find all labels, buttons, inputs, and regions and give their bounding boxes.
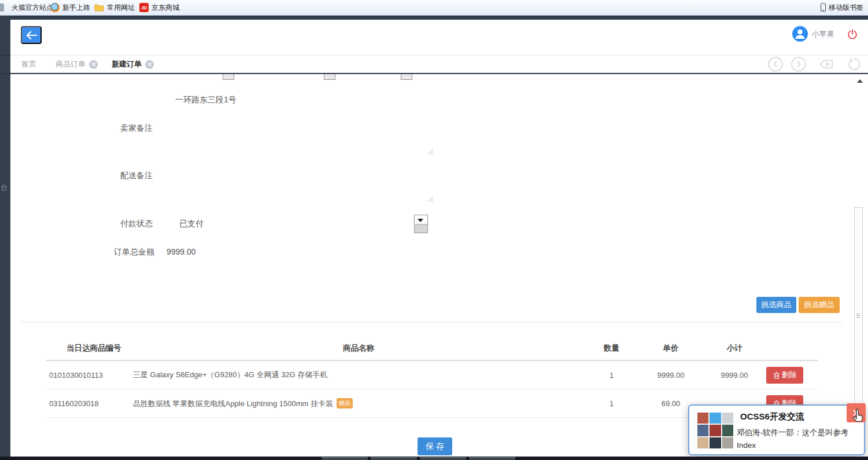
item-subtotal: 9999.00: [703, 371, 766, 380]
bookmark-jd-mall[interactable]: JD 京东商城: [139, 0, 179, 15]
arrow-left-icon: [25, 31, 37, 40]
col-header-name: 商品名称: [133, 343, 584, 354]
user-avatar[interactable]: [792, 26, 808, 42]
folder-icon: [94, 4, 104, 12]
resize-grip-icon[interactable]: [427, 148, 434, 155]
notification-title: OCSS6开发交流: [740, 411, 804, 422]
content-top-border: [0, 73, 868, 74]
tab-close-icon[interactable]: [145, 60, 154, 69]
item-name-text: 品胜数据线 苹果数据充电线Apple Lightning 1500mm 挂卡装: [133, 399, 333, 408]
tab-home[interactable]: 首页: [21, 56, 36, 73]
item-code: 031160203018: [46, 399, 133, 408]
taskbar-window-button[interactable]: [371, 457, 417, 460]
tab-new-order[interactable]: 新建订单: [112, 56, 154, 73]
sidebar-menu-partial-text: 台: [1, 183, 8, 193]
select-scroll-shade: [415, 224, 427, 233]
bookmark-cutoff-icon: [0, 3, 4, 12]
app-top-strip: [0, 15, 868, 20]
payment-status-select[interactable]: [414, 215, 428, 233]
bookmark-firefox-site[interactable]: 火狐官方站点: [12, 0, 53, 15]
col-header-subtotal: 小计: [703, 343, 766, 354]
bookmark-label: 移动版书签: [829, 3, 863, 13]
jd-icon: JD: [139, 3, 149, 12]
trash-icon: [773, 371, 780, 379]
tab-label: 商品订单: [56, 59, 86, 69]
bookmark-common-sites-folder[interactable]: 常用网址: [94, 0, 135, 15]
delete-item-button[interactable]: 删除: [766, 367, 803, 384]
region-select-partial-2[interactable]: [324, 74, 335, 80]
seller-note-label: 卖家备注: [120, 123, 153, 134]
col-header-price: 单价: [639, 343, 703, 354]
payment-status-label: 付款状态: [120, 219, 153, 229]
col-header-qty: 数量: [584, 343, 639, 354]
refresh-undo-icon[interactable]: [847, 57, 862, 72]
item-code: 0101030010113: [46, 371, 133, 380]
seller-note-textarea[interactable]: [175, 120, 434, 155]
close-all-tabs-icon[interactable]: [819, 57, 834, 72]
order-form-content: 一环路东三段1号 卖家备注 配送备注 付款状态 已支付 订单总金额 9999.0…: [10, 74, 868, 457]
pick-gift-button[interactable]: 挑选赠品: [799, 297, 840, 313]
scrollbar-grip: [856, 314, 860, 314]
app-header: 小苹果: [10, 20, 868, 55]
tab-scroll-left-icon[interactable]: [768, 57, 783, 72]
table-row: 0101030010113 三星 Galaxy S6Edge+（G9280）4G…: [46, 361, 818, 389]
save-button[interactable]: 保 存: [418, 437, 452, 455]
scrollbar-thumb[interactable]: [854, 207, 863, 424]
pick-product-button[interactable]: 挑选商品: [756, 297, 796, 313]
order-total-label: 订单总金额: [114, 247, 154, 257]
tab-scroll-right-icon[interactable]: [791, 57, 806, 72]
section-divider: [21, 322, 842, 322]
taskbar-window-button[interactable]: [420, 457, 466, 460]
hand-cursor-icon: [851, 408, 867, 425]
screen: 火狐官方站点 新手上路 常用网址 JD 京东商城 移动版书签 台: [0, 0, 868, 460]
scrollbar-up-arrow[interactable]: [857, 79, 863, 83]
tab-product-orders[interactable]: 商品订单: [56, 56, 98, 73]
tab-label: 首页: [21, 59, 36, 69]
tab-label: 新建订单: [112, 59, 142, 69]
logout-button[interactable]: [843, 25, 862, 43]
delivery-note-label: 配送备注: [120, 171, 153, 181]
gift-badge: 赠品: [337, 398, 353, 409]
bookmark-label: 京东商城: [152, 3, 179, 13]
chevron-down-icon: [418, 219, 423, 222]
bookmark-label: 常用网址: [107, 3, 135, 13]
windows-taskbar[interactable]: [0, 457, 868, 460]
power-icon: [847, 25, 858, 43]
item-name: 品胜数据线 苹果数据充电线Apple Lightning 1500mm 挂卡装赠…: [133, 398, 584, 409]
table-header-row: 当日达商品编号 商品名称 数量 单价 小计: [46, 336, 818, 361]
item-name: 三星 Galaxy S6Edge+（G9280）4G 全网通 32G 存储手机: [133, 370, 584, 380]
address-value[interactable]: 一环路东三段1号: [175, 95, 237, 105]
taskbar-window-button[interactable]: [322, 457, 368, 460]
item-qty: 1: [584, 371, 639, 380]
collapsed-sidebar[interactable]: 台: [0, 15, 10, 460]
tab-bar: 首页 商品订单 新建订单: [10, 56, 868, 73]
group-avatar: [697, 413, 733, 448]
taskbar-window-button[interactable]: [469, 457, 515, 460]
notification-message: 邓伯海-软件一部：这个是叫参考 Index: [737, 426, 863, 451]
qq-notification-popup[interactable]: OCSS6开发交流 邓伯海-软件一部：这个是叫参考 Index: [688, 404, 865, 455]
col-header-code: 当日达商品编号: [46, 343, 133, 354]
region-select-partial-1[interactable]: [223, 74, 234, 80]
payment-status-value[interactable]: 已支付: [179, 219, 204, 229]
person-icon: [792, 26, 808, 42]
username-label: 小苹果: [812, 29, 834, 39]
phone-icon: [820, 3, 826, 12]
bookmarks-bar: 火狐官方站点 新手上路 常用网址 JD 京东商城 移动版书签: [0, 0, 868, 16]
resize-grip-icon[interactable]: [427, 196, 434, 203]
back-button[interactable]: [21, 26, 42, 44]
item-price: 9999.00: [639, 371, 703, 380]
item-qty: 1: [584, 399, 639, 408]
delete-label: 删除: [782, 370, 797, 380]
bookmark-label: 火狐官方站点: [12, 3, 53, 13]
region-select-partial-3[interactable]: [401, 74, 412, 80]
bookmark-getting-started[interactable]: 新手上路: [50, 0, 90, 15]
order-total-value: 9999.00: [167, 247, 196, 256]
tab-close-icon[interactable]: [89, 60, 98, 69]
mobile-bookmarks[interactable]: 移动版书签: [820, 0, 863, 15]
bookmark-label: 新手上路: [62, 3, 90, 13]
sidebar-divider: [0, 55, 10, 56]
delivery-note-textarea[interactable]: [175, 168, 434, 203]
firefox-icon: [50, 3, 60, 12]
